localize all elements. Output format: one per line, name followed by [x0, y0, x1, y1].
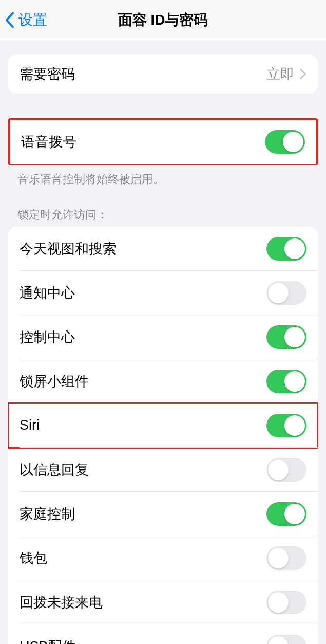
navbar: 设置 面容 ID与密码: [0, 0, 326, 40]
allow-access-label: Siri: [20, 417, 40, 433]
voice-dial-footer: 音乐语音控制将始终被启用。: [0, 165, 326, 188]
allow-access-label: 家庭控制: [20, 505, 75, 523]
toggle-knob: [284, 327, 305, 347]
allow-access-toggle[interactable]: [266, 635, 306, 644]
toggle-knob: [268, 636, 289, 644]
allow-access-toggle[interactable]: [266, 281, 306, 305]
allow-access-toggle[interactable]: [266, 458, 306, 482]
back-label: 设置: [18, 10, 47, 30]
allow-access-label: 控制中心: [20, 328, 75, 346]
allow-access-row[interactable]: 锁屏小组件: [8, 359, 318, 403]
chevron-left-icon: [5, 12, 14, 28]
toggle-knob: [284, 238, 305, 259]
allow-access-label: USB配件: [20, 637, 76, 644]
allow-access-toggle[interactable]: [266, 370, 306, 393]
allow-access-label: 回拨未接来电: [20, 593, 103, 612]
allow-access-toggle[interactable]: [266, 414, 306, 437]
toggle-knob: [284, 415, 305, 436]
allow-access-label: 以信息回复: [20, 461, 89, 479]
allow-access-toggle[interactable]: [266, 502, 306, 526]
chevron-right-icon: [299, 68, 306, 80]
toggle-knob: [268, 592, 289, 613]
allow-access-header: 锁定时允许访问：: [0, 188, 326, 227]
allow-access-row[interactable]: 家庭控制: [8, 492, 318, 536]
allow-access-group: 今天视图和搜索通知中心控制中心锁屏小组件Siri以信息回复家庭控制钱包回拨未接来…: [8, 227, 318, 644]
require-passcode-label: 需要密码: [20, 65, 75, 83]
require-passcode-group: 需要密码 立即: [8, 54, 318, 94]
allow-access-toggle[interactable]: [266, 237, 306, 261]
allow-access-toggle[interactable]: [266, 591, 306, 614]
require-passcode-value-text: 立即: [266, 65, 294, 83]
voice-dial-row[interactable]: 语音拨号: [10, 120, 316, 164]
allow-access-toggle[interactable]: [266, 325, 306, 349]
voice-dial-toggle[interactable]: [265, 130, 305, 154]
require-passcode-row[interactable]: 需要密码 立即: [8, 54, 318, 94]
toggle-knob: [284, 371, 305, 392]
back-button[interactable]: 设置: [0, 10, 47, 30]
allow-access-row[interactable]: 今天视图和搜索: [8, 227, 318, 271]
toggle-knob: [268, 459, 289, 480]
allow-access-row[interactable]: 钱包: [8, 536, 318, 580]
allow-access-row[interactable]: Siri: [8, 403, 318, 448]
page-title: 面容 ID与密码: [0, 10, 326, 30]
allow-access-row[interactable]: 回拨未接来电: [8, 580, 318, 624]
toggle-knob: [268, 548, 289, 568]
allow-access-label: 通知中心: [20, 284, 75, 302]
require-passcode-value: 立即: [266, 65, 306, 83]
allow-access-label: 今天视图和搜索: [20, 240, 117, 258]
allow-access-row[interactable]: 控制中心: [8, 315, 318, 359]
allow-access-row[interactable]: 以信息回复: [8, 448, 318, 492]
toggle-knob: [283, 132, 303, 152]
allow-access-label: 钱包: [20, 549, 47, 567]
voice-dial-label: 语音拨号: [21, 133, 76, 151]
allow-access-row[interactable]: 通知中心: [8, 271, 318, 315]
allow-access-label: 锁屏小组件: [20, 372, 89, 391]
toggle-knob: [268, 283, 289, 303]
voice-dial-group: 语音拨号: [8, 118, 318, 165]
allow-access-row[interactable]: USB配件: [8, 624, 318, 644]
toggle-knob: [284, 504, 305, 524]
allow-access-toggle[interactable]: [266, 546, 306, 570]
